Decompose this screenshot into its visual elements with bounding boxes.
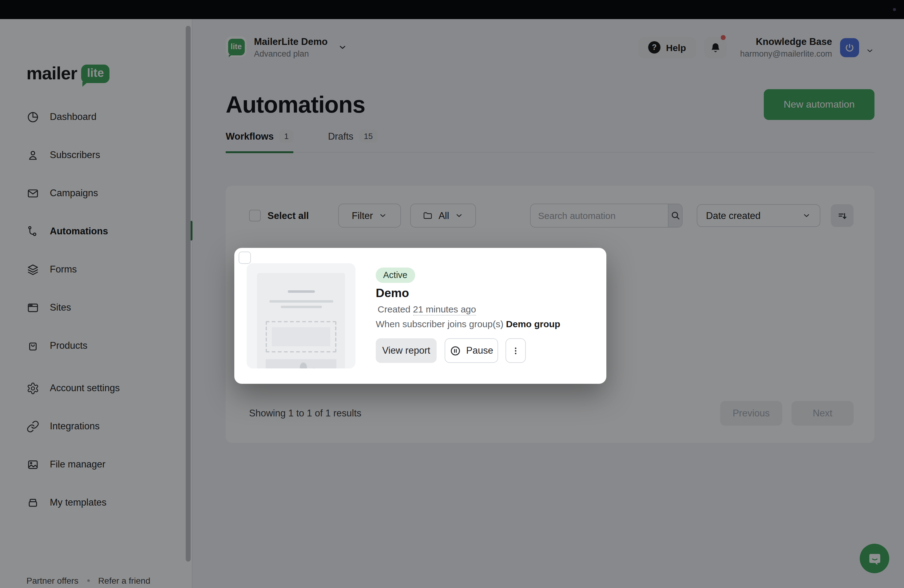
- automation-thumbnail[interactable]: [247, 263, 356, 368]
- pause-circle-icon: [450, 345, 461, 356]
- placeholder-line: [280, 306, 322, 308]
- email-preview-placeholder: [257, 273, 345, 368]
- automation-actions: View report Pause: [376, 338, 526, 363]
- pause-label: Pause: [466, 345, 493, 356]
- placeholder-block: [272, 327, 330, 346]
- automation-details: Active Demo Created 21 minutes ago When …: [376, 248, 595, 384]
- created-time: 21 minutes ago: [413, 304, 476, 316]
- status-badge: Active: [376, 267, 415, 283]
- app-window: mailer lite Dashboard Subscribers Campai…: [0, 0, 904, 588]
- kebab-menu-icon: [510, 345, 521, 356]
- automation-checkbox[interactable]: [239, 251, 251, 264]
- automation-name[interactable]: Demo: [376, 286, 409, 300]
- more-options-button[interactable]: [506, 338, 526, 363]
- trigger-line: When subscriber joins group(s) Demo grou…: [376, 319, 560, 329]
- created-prefix: Created: [378, 304, 413, 314]
- placeholder-line: [288, 290, 315, 292]
- placeholder-dashed-block: [266, 321, 337, 352]
- placeholder-line: [269, 300, 333, 302]
- mountains-icon: [266, 359, 337, 368]
- trigger-group: Demo group: [506, 319, 561, 329]
- placeholder-image: [266, 359, 337, 368]
- automation-card: Active Demo Created 21 minutes ago When …: [234, 248, 606, 384]
- created-line: Created 21 minutes ago: [378, 304, 476, 314]
- view-report-button[interactable]: View report: [376, 338, 437, 363]
- pause-button[interactable]: Pause: [445, 338, 498, 363]
- trigger-prefix: When subscriber joins group(s): [376, 319, 506, 329]
